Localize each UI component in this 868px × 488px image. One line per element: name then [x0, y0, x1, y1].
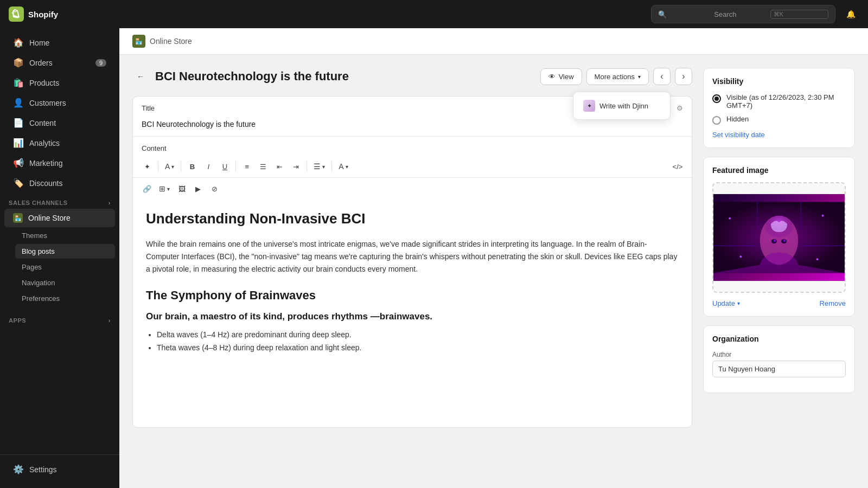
toolbar-link[interactable]: 🔗: [139, 181, 155, 196]
sidebar-label-marketing: Marketing: [29, 159, 62, 168]
view-label: View: [559, 73, 574, 81]
organization-title: Organization: [712, 335, 846, 343]
toolbar-image[interactable]: 🖼: [174, 181, 189, 196]
toolbar-italic[interactable]: I: [201, 159, 216, 174]
products-icon: 🛍️: [13, 78, 24, 88]
toolbar-indent-left[interactable]: ⇤: [272, 159, 287, 174]
more-actions-dropdown: ✦ Write with Djinn: [573, 92, 671, 120]
page-header: 🏪 Online Store: [119, 28, 868, 55]
editor-list-item-1: Delta waves (1–4 Hz) are predominant dur…: [157, 329, 679, 342]
toolbar-sep-2: [181, 161, 181, 172]
sidebar-label-orders: Orders: [29, 59, 53, 67]
write-djinn-label: Write with Djinn: [599, 102, 648, 110]
toolbar-sep-4: [307, 161, 307, 172]
actions-row: 👁 View More actions ▾ ‹ ›: [540, 68, 692, 85]
sidebar-item-marketing[interactable]: 📢 Marketing: [4, 153, 115, 172]
svg-point-10: [783, 240, 786, 242]
sidebar-sub-preferences-label: Preferences: [22, 294, 60, 303]
main-content: 🏪 Online Store ← BCI Neurotechnology is …: [119, 28, 868, 488]
marketing-icon: 📢: [13, 158, 24, 168]
sidebar-sub-navigation[interactable]: Navigation: [15, 275, 115, 290]
breadcrumb-text: Online Store: [150, 37, 192, 46]
discounts-icon: 🏷️: [13, 178, 24, 188]
editor-section: ← BCI Neurotechnology is the future 👁 Vi…: [132, 68, 692, 475]
toolbar-code[interactable]: </>: [670, 159, 685, 174]
toolbar-table[interactable]: ⊞ ▾: [156, 182, 173, 195]
logo[interactable]: Shopify: [9, 7, 58, 22]
editor-body[interactable]: Understanding Non-Invasive BCI While the…: [133, 200, 692, 427]
remove-image-button[interactable]: Remove: [820, 299, 846, 307]
sidebar-item-discounts[interactable]: 🏷️ Discounts: [4, 174, 115, 192]
toolbar-align[interactable]: ☰ ▾: [310, 160, 328, 173]
featured-image-display: [713, 194, 845, 281]
toolbar-list-ordered[interactable]: ☰: [256, 159, 271, 174]
image-actions: Update ▾ Remove: [712, 299, 846, 307]
toolbar-font-size[interactable]: A ▾: [162, 160, 177, 173]
toolbar-underline[interactable]: U: [217, 159, 232, 174]
back-button[interactable]: ←: [132, 68, 149, 85]
editor-para-1: While the brain remains one of the unive…: [146, 238, 679, 275]
editor-heading-bci: Understanding Non-Invasive BCI: [146, 210, 679, 227]
editor-heading-maestro: Our brain, a maestro of its kind, produc…: [146, 311, 679, 322]
sidebar-item-online-store[interactable]: 🏪 Online Store: [4, 209, 115, 227]
sidebar-sub-preferences[interactable]: Preferences: [15, 291, 115, 306]
prev-post-button[interactable]: ‹: [653, 68, 671, 85]
sidebar-item-analytics[interactable]: 📊 Analytics: [4, 133, 115, 152]
editor-toolbar: ✦ A ▾ B I U ≡ ☰ ⇤ ⇥: [133, 156, 692, 178]
author-input[interactable]: [712, 361, 846, 377]
sidebar-item-home[interactable]: 🏠 Home: [4, 33, 115, 52]
editor-list-item-2: Theta waves (4–8 Hz) during deep relaxat…: [157, 342, 679, 355]
settings-icon: ⚙️: [13, 464, 24, 474]
sidebar-sub-blog-posts[interactable]: Blog posts: [15, 244, 115, 259]
update-image-button[interactable]: Update ▾: [712, 299, 740, 307]
toolbar-list-unordered[interactable]: ≡: [239, 159, 254, 174]
editor-heading-symphony: The Symphony of Brainwaves: [146, 288, 679, 303]
toolbar-magic-btn[interactable]: ✦: [139, 159, 155, 174]
view-button[interactable]: 👁 View: [540, 68, 582, 85]
brain-svg: [713, 194, 845, 281]
orders-badge: 9: [95, 59, 106, 67]
sidebar-item-products[interactable]: 🛍️ Products: [4, 73, 115, 92]
toolbar-indent-right[interactable]: ⇥: [288, 159, 303, 174]
sidebar-bottom: ⚙️ Settings: [0, 454, 119, 484]
eye-icon: 👁: [548, 73, 556, 81]
sidebar-item-orders[interactable]: 📦 Orders 9: [4, 53, 115, 72]
set-visibility-date-link[interactable]: Set visibility date: [712, 131, 765, 139]
toolbar-video[interactable]: ▶: [190, 181, 206, 196]
prev-icon: ‹: [660, 72, 663, 81]
visibility-visible-radio[interactable]: [712, 94, 721, 103]
sidebar-sub-pages[interactable]: Pages: [15, 260, 115, 274]
sidebar-item-settings[interactable]: ⚙️ Settings: [4, 460, 115, 479]
sidebar-sub-themes[interactable]: Themes: [15, 228, 115, 243]
sidebar-item-content[interactable]: 📄 Content: [4, 113, 115, 132]
apps-expand-icon[interactable]: ›: [108, 317, 111, 324]
search-bar[interactable]: 🔍 Search ⌘K: [651, 5, 835, 23]
svg-point-14: [816, 258, 819, 260]
write-with-djinn-item[interactable]: ✦ Write with Djinn: [577, 95, 667, 116]
apps-label: Apps: [9, 317, 26, 324]
sales-channels-expand-icon[interactable]: ›: [108, 200, 111, 206]
visibility-visible-row[interactable]: Visible (as of 12/26/2023, 2:30 PM GMT+7…: [712, 93, 846, 110]
editor-list: Delta waves (1–4 Hz) are predominant dur…: [146, 329, 679, 355]
visibility-visible-label: Visible (as of 12/26/2023, 2:30 PM GMT+7…: [726, 93, 846, 110]
notification-bell[interactable]: 🔔: [842, 5, 859, 23]
content-icon: 📄: [13, 118, 24, 128]
layout: 🏠 Home 📦 Orders 9 🛍️ Products 👤 Customer…: [0, 28, 868, 488]
visibility-hidden-row[interactable]: Hidden: [712, 115, 846, 125]
sidebar-item-customers[interactable]: 👤 Customers: [4, 93, 115, 112]
sidebar-sub-blog-posts-label: Blog posts: [22, 247, 55, 255]
visibility-hidden-radio[interactable]: [712, 116, 721, 125]
search-shortcut: ⌘K: [770, 10, 828, 19]
toolbar-bold[interactable]: B: [184, 159, 200, 174]
sidebar-label-discounts: Discounts: [29, 179, 62, 188]
toolbar-text-color[interactable]: A ▾: [335, 160, 351, 173]
visibility-card: Visibility Visible (as of 12/26/2023, 2:…: [703, 68, 855, 148]
post-title-bar: ← BCI Neurotechnology is the future 👁 Vi…: [132, 68, 692, 85]
analytics-icon: 📊: [13, 138, 24, 148]
content-field-label: Content: [133, 137, 692, 156]
next-post-button[interactable]: ›: [675, 68, 692, 85]
more-actions-button[interactable]: More actions ▾: [586, 68, 649, 85]
title-settings-icon[interactable]: ⚙: [676, 104, 683, 112]
toolbar-clear[interactable]: ⊘: [207, 181, 222, 196]
sidebar-sub-navigation-label: Navigation: [22, 279, 55, 287]
